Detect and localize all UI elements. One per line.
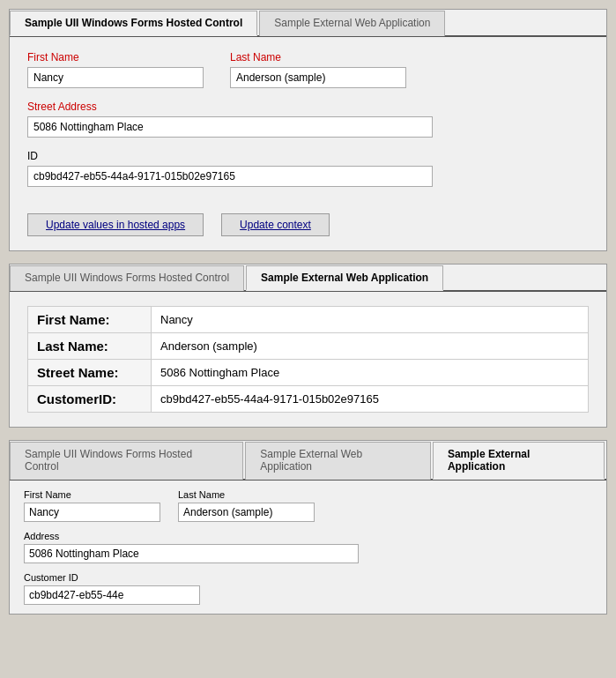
panel3-name-row: First Name Last Name xyxy=(24,489,592,522)
panel3-last-name-field: Last Name xyxy=(178,489,315,522)
table-row: CustomerID: cb9bd427-eb55-44a4-9171-015b… xyxy=(28,386,589,413)
panel2-street-value: 5086 Nottingham Place xyxy=(152,360,589,386)
tab-panel3-external-app[interactable]: Sample External Application xyxy=(433,442,605,480)
panel3-customer-id-input[interactable] xyxy=(24,585,200,605)
update-hosted-button[interactable]: Update values in hosted apps xyxy=(27,213,204,236)
tab-panel3-hosted-control[interactable]: Sample UII Windows Forms Hosted Control xyxy=(10,442,243,480)
panel2-body: First Name: Nancy Last Name: Anderson (s… xyxy=(10,292,606,427)
panel2-street-label: Street Name: xyxy=(28,360,152,386)
panel1-street-input[interactable] xyxy=(27,116,433,138)
panel2-customer-id-value: cb9bd427-eb55-44a4-9171-015b02e97165 xyxy=(152,386,589,413)
panel1-last-name-field: Last Name xyxy=(230,51,406,88)
panel2-last-name-value: Anderson (sample) xyxy=(152,333,589,360)
table-row: Street Name: 5086 Nottingham Place xyxy=(28,360,589,386)
panel3-address-field: Address xyxy=(24,531,592,563)
tab-panel1-web-app[interactable]: Sample External Web Application xyxy=(259,11,445,36)
panel1-street-label: Street Address xyxy=(27,101,589,113)
panel1-last-name-label: Last Name xyxy=(230,51,406,63)
panel1-body: First Name Last Name Street Address ID U… xyxy=(10,37,606,250)
panel2-info-table: First Name: Nancy Last Name: Anderson (s… xyxy=(27,306,589,413)
panel2-tab-bar: Sample UII Windows Forms Hosted Control … xyxy=(10,264,606,292)
panel1-id-field: ID xyxy=(27,150,589,187)
panel1-last-name-input[interactable] xyxy=(230,67,406,88)
panel3-first-name-input[interactable] xyxy=(24,503,160,522)
panel3-address-input[interactable] xyxy=(24,544,359,563)
panel2-last-name-label: Last Name: xyxy=(28,333,152,360)
tab-panel3-web-app[interactable]: Sample External Web Application xyxy=(245,442,431,480)
panel3-first-name-label: First Name xyxy=(24,489,160,500)
panel1-first-name-label: First Name xyxy=(27,51,204,63)
panel3-address-label: Address xyxy=(24,531,592,541)
panel1-tab-bar: Sample UII Windows Forms Hosted Control … xyxy=(10,10,606,37)
panel1-button-row: Update values in hosted apps Update cont… xyxy=(27,205,589,236)
tab-panel2-hosted-control[interactable]: Sample UII Windows Forms Hosted Control xyxy=(10,265,244,291)
panel3-last-name-input[interactable] xyxy=(178,503,315,522)
panel2-first-name-value: Nancy xyxy=(152,307,589,333)
panel1-name-row: First Name Last Name xyxy=(27,51,589,88)
panel3: Sample UII Windows Forms Hosted Control … xyxy=(9,440,607,615)
panel3-first-name-field: First Name xyxy=(24,489,160,522)
panel1-id-label: ID xyxy=(27,150,589,162)
panel3-customer-id-label: Customer ID xyxy=(24,572,592,583)
panel2: Sample UII Windows Forms Hosted Control … xyxy=(9,264,607,428)
tab-panel1-hosted-control[interactable]: Sample UII Windows Forms Hosted Control xyxy=(10,11,257,36)
panel3-last-name-label: Last Name xyxy=(178,489,315,500)
table-row: Last Name: Anderson (sample) xyxy=(28,333,589,360)
update-context-button[interactable]: Update context xyxy=(221,213,330,236)
panel3-customer-id-field: Customer ID xyxy=(24,572,592,605)
tab-panel2-web-app[interactable]: Sample External Web Application xyxy=(246,265,443,291)
panel2-customer-id-label: CustomerID: xyxy=(28,386,152,413)
panel1-first-name-input[interactable] xyxy=(27,67,204,88)
panel3-tab-bar: Sample UII Windows Forms Hosted Control … xyxy=(10,441,606,481)
panel1-street-field: Street Address xyxy=(27,101,589,138)
table-row: First Name: Nancy xyxy=(28,307,589,333)
panel1-first-name-field: First Name xyxy=(27,51,204,88)
panel3-body: First Name Last Name Address Customer ID xyxy=(10,481,606,614)
panel2-first-name-label: First Name: xyxy=(28,307,152,333)
panel1: Sample UII Windows Forms Hosted Control … xyxy=(9,9,607,251)
panel1-id-input[interactable] xyxy=(27,166,433,187)
